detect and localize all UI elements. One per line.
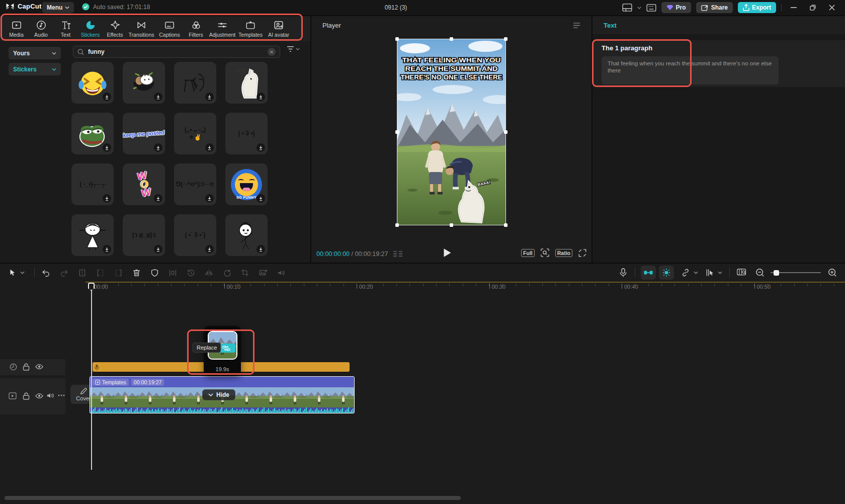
resize-handle[interactable]: [395, 223, 399, 227]
main-track-icon[interactable]: [9, 392, 17, 399]
download-icon[interactable]: [205, 93, 214, 101]
track-duration-icon[interactable]: [10, 363, 17, 371]
tab-text[interactable]: Text: [604, 22, 617, 29]
image-add-icon[interactable]: [258, 267, 269, 278]
mirror-icon[interactable]: [203, 267, 214, 278]
download-icon[interactable]: [103, 93, 111, 101]
zoom-in-icon[interactable]: [827, 267, 838, 278]
audio-separate-icon[interactable]: [276, 267, 287, 278]
minimize-button[interactable]: [787, 1, 801, 15]
crop-icon[interactable]: [239, 267, 250, 278]
share-button[interactable]: Share: [696, 2, 733, 13]
toolbar-item-adjustment[interactable]: Adjustment: [208, 20, 236, 38]
preview-zoom-icon[interactable]: [541, 248, 549, 257]
toolbar-item-effects[interactable]: Effects: [103, 20, 127, 38]
facepalm-sketch-sticker[interactable]: [174, 62, 216, 104]
download-icon[interactable]: [154, 194, 162, 203]
download-icon[interactable]: [257, 143, 265, 152]
hide-track-icon[interactable]: [35, 364, 43, 370]
track-select-chevron-icon[interactable]: [716, 267, 723, 278]
download-icon[interactable]: [154, 143, 162, 152]
play-button[interactable]: [443, 248, 452, 258]
link-clips-icon[interactable]: [680, 267, 691, 278]
download-icon[interactable]: [103, 143, 111, 152]
zoom-slider-handle[interactable]: [774, 270, 779, 276]
shortcuts-keyboard-icon[interactable]: [646, 4, 656, 12]
resize-handle[interactable]: [395, 37, 399, 41]
resize-handle[interactable]: [395, 130, 399, 134]
toolbar-item-templates[interactable]: Templates: [236, 20, 265, 38]
resize-handle[interactable]: [450, 37, 453, 41]
select-tool-chevron-icon[interactable]: [19, 267, 25, 278]
girl-sketch-sticker[interactable]: [71, 214, 114, 256]
redo-icon[interactable]: [58, 267, 69, 278]
split-right-icon[interactable]: [113, 267, 124, 278]
maximize-button[interactable]: [806, 1, 820, 15]
laughing-emoji-sticker[interactable]: [71, 62, 114, 104]
pro-button[interactable]: Pro: [661, 2, 691, 13]
video-preview[interactable]: BAAA! THAT FEELING WHEN YOU REACH THE SU…: [397, 39, 505, 225]
freeze-icon[interactable]: [167, 267, 178, 278]
download-icon[interactable]: [103, 194, 111, 203]
timeline-ruler[interactable]: 00:0000:1000:2000:3000:4000:50: [0, 283, 845, 293]
download-icon[interactable]: [103, 245, 111, 254]
fullscreen-icon[interactable]: [578, 249, 586, 257]
so-funny-sticker[interactable]: SO FUNNY: [225, 163, 268, 205]
close-button[interactable]: [825, 1, 839, 15]
preview-quality-icon[interactable]: [393, 250, 403, 258]
toolbar-item-stickers[interactable]: Stickers: [78, 20, 103, 38]
download-icon[interactable]: [257, 245, 265, 254]
cat-in-bowl-sticker[interactable]: [123, 62, 165, 104]
lock-track-icon[interactable]: [23, 363, 30, 371]
toolbar-item-audio[interactable]: Audio: [29, 20, 53, 38]
voiceover-mic-icon[interactable]: [618, 267, 629, 278]
download-icon[interactable]: [154, 93, 162, 101]
resize-handle[interactable]: [504, 130, 508, 134]
preview-frames-icon[interactable]: [736, 267, 747, 278]
magnetic-snap-button[interactable]: [641, 266, 656, 280]
undo-icon[interactable]: [40, 267, 51, 278]
kaomoji-kiss-sticker[interactable]: ( • 3 •): [225, 113, 268, 154]
kaomoji-star-sticker[interactable]: ⅁(∩^o^)⊃─☆: [174, 163, 216, 205]
resize-handle[interactable]: [504, 37, 508, 41]
toolbar-item-transitions[interactable]: Transitions: [127, 20, 155, 38]
mask-icon[interactable]: [149, 267, 160, 278]
history-icon[interactable]: [185, 267, 196, 278]
resize-handle[interactable]: [450, 223, 453, 227]
ratio-button[interactable]: Ratio: [555, 249, 572, 257]
select-tool-icon[interactable]: [7, 267, 18, 278]
resize-handle[interactable]: [504, 223, 508, 227]
kaomoji-fight-sticker[interactable]: (ว ಥ_ಥ)ว: [123, 214, 165, 256]
export-button[interactable]: Export: [738, 2, 776, 13]
lock-track-icon[interactable]: [23, 392, 30, 400]
layout-panels-icon[interactable]: [622, 4, 632, 12]
split-icon[interactable]: [76, 267, 88, 278]
link-chevron-icon[interactable]: [692, 267, 699, 278]
full-button[interactable]: Full: [521, 249, 535, 257]
menu-button[interactable]: Menu: [42, 2, 74, 13]
cat-braa-sticker[interactable]: BRA!: [225, 62, 268, 104]
toolbar-item-captions[interactable]: Captions: [155, 20, 184, 38]
download-icon[interactable]: [205, 194, 214, 203]
paragraph-text-field[interactable]: That feeling when you reach the summit a…: [602, 56, 779, 85]
rotate-icon[interactable]: [221, 267, 232, 278]
download-icon[interactable]: [205, 245, 214, 254]
toolbar-item-filters[interactable]: Filters: [184, 20, 208, 38]
download-icon[interactable]: [257, 93, 265, 101]
track-select-icon[interactable]: [704, 267, 715, 278]
download-icon[interactable]: [205, 143, 214, 152]
kaomoji-wink-sticker[interactable]: („• ᴗ -„)✧✌: [174, 113, 216, 154]
boy-sketch-sticker[interactable]: [225, 214, 268, 256]
timeline-zoom-slider[interactable]: [771, 272, 821, 273]
toolbar-item-ai-avatar[interactable]: AI avatar: [265, 20, 293, 38]
more-options-icon[interactable]: [58, 394, 65, 396]
split-left-icon[interactable]: [95, 267, 106, 278]
player-menu-icon[interactable]: [573, 23, 580, 28]
layout-chevron-icon[interactable]: [637, 7, 641, 9]
timeline-horizontal-scrollbar[interactable]: [5, 496, 461, 500]
toolbar-item-text[interactable]: Text: [53, 20, 78, 38]
hide-track-icon[interactable]: [35, 393, 43, 399]
kaomoji-pout-sticker[interactable]: ( •´ 3 •`): [174, 214, 216, 256]
delete-icon[interactable]: [131, 267, 142, 278]
toolbar-item-media[interactable]: Media: [4, 20, 29, 38]
